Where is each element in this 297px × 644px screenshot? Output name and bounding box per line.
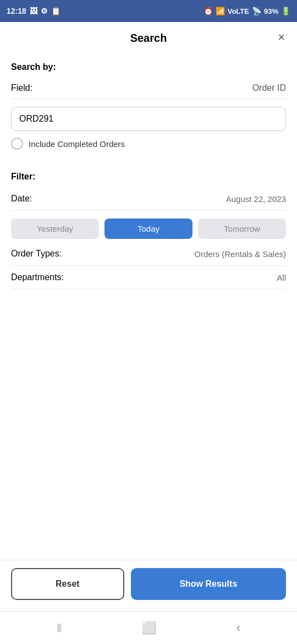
close-button[interactable]: × bbox=[276, 29, 287, 46]
today-button[interactable]: Today bbox=[105, 219, 193, 239]
reset-button[interactable]: Reset bbox=[11, 568, 124, 600]
nav-bar: ⦀ ⬜ ‹ bbox=[0, 611, 297, 644]
home-icon[interactable]: ⬜ bbox=[141, 621, 156, 635]
settings-icon: ⚙ bbox=[41, 7, 48, 15]
order-types-row[interactable]: Order Types: Orders (Rentals & Sales) bbox=[11, 242, 286, 266]
checkbox-label: Include Completed Orders bbox=[29, 139, 125, 149]
departments-label: Departments: bbox=[11, 272, 64, 282]
lte-label: VoLTE bbox=[228, 7, 249, 15]
menu-icon[interactable]: ⦀ bbox=[57, 621, 62, 635]
search-by-label: Search by: bbox=[11, 62, 286, 72]
date-label: Date: bbox=[11, 194, 32, 204]
field-value: Order ID bbox=[252, 83, 286, 93]
date-buttons: Yesterday Today Tomorrow bbox=[11, 219, 286, 239]
include-completed-checkbox[interactable] bbox=[11, 138, 23, 150]
status-right: ⏰ 📶 VoLTE 📡 93% 🔋 bbox=[204, 7, 290, 15]
alarm-icon: ⏰ bbox=[204, 7, 213, 15]
tomorrow-button[interactable]: Tomorrow bbox=[198, 219, 286, 239]
signal-icon: 📡 bbox=[252, 7, 261, 15]
photo-icon: 🖼 bbox=[30, 7, 37, 15]
filter-label: Filter: bbox=[11, 172, 286, 182]
order-types-label: Order Types: bbox=[11, 249, 62, 259]
section-gap bbox=[11, 153, 286, 168]
date-row[interactable]: Date: August 22, 2023 bbox=[11, 187, 286, 211]
main-content: Search × Search by: Field: Order ID Incl… bbox=[0, 22, 297, 611]
time-display: 12:18 bbox=[7, 7, 26, 15]
sim-icon: 📋 bbox=[51, 7, 61, 15]
show-results-button[interactable]: Show Results bbox=[131, 568, 286, 600]
status-bar: 12:18 🖼 ⚙ 📋 ⏰ 📶 VoLTE 📡 93% 🔋 bbox=[0, 0, 297, 22]
date-value: August 22, 2023 bbox=[226, 194, 286, 204]
page-title: Search bbox=[130, 32, 167, 45]
field-label: Field: bbox=[11, 83, 32, 93]
back-icon[interactable]: ‹ bbox=[237, 621, 240, 635]
bottom-padding bbox=[11, 290, 286, 389]
departments-value: All bbox=[277, 273, 286, 282]
scroll-area: Search by: Field: Order ID Include Compl… bbox=[0, 52, 297, 560]
battery-icon: 🔋 bbox=[281, 7, 290, 15]
order-types-value: Orders (Rentals & Sales) bbox=[194, 249, 286, 259]
wifi-icon: 📶 bbox=[216, 7, 225, 15]
search-input-wrapper[interactable] bbox=[11, 107, 286, 131]
bottom-bar: Reset Show Results bbox=[0, 560, 297, 611]
battery-label: 93% bbox=[264, 7, 278, 15]
status-left: 12:18 🖼 ⚙ 📋 bbox=[7, 7, 61, 15]
search-input[interactable] bbox=[19, 114, 278, 124]
page-header: Search × bbox=[0, 22, 297, 52]
field-row[interactable]: Field: Order ID bbox=[11, 78, 286, 99]
departments-row[interactable]: Departments: All bbox=[11, 266, 286, 290]
yesterday-button[interactable]: Yesterday bbox=[11, 219, 99, 239]
checkbox-row[interactable]: Include Completed Orders bbox=[11, 138, 286, 150]
